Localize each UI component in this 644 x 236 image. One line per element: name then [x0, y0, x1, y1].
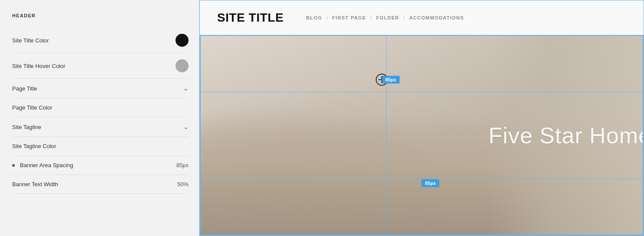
site-tagline-label: Site Tagline — [12, 124, 41, 130]
banner-area-spacing-value: 85px — [176, 162, 189, 168]
setting-site-title-hover-color: Site Title Hover Color — [12, 53, 189, 79]
banner-text-width-value: 50% — [177, 181, 189, 188]
preview-site-title: SITE TITLE — [217, 11, 283, 25]
guide-line-top — [201, 92, 643, 92]
setting-site-tagline-color: Site Tagline Color — [12, 137, 189, 156]
nav-separator-3: / — [403, 15, 405, 20]
setting-banner-area-spacing: Banner Area Spacing 85px — [12, 156, 189, 175]
panel-header: HEADER — [12, 13, 189, 18]
site-tagline-color-label: Site Tagline Color — [12, 143, 56, 149]
site-title-hover-color-swatch[interactable] — [176, 59, 189, 72]
preview-panel: SITE TITLE BLOG / FIRST PAGE / FOLDER / … — [199, 0, 644, 236]
setting-page-title[interactable]: Page Title ⌄ — [12, 79, 189, 98]
nav-separator-2: / — [371, 15, 372, 20]
setting-banner-text-width: Banner Text Width 50% — [12, 175, 189, 194]
banner-area-spacing-label: Banner Area Spacing — [12, 162, 73, 168]
guide-line-bottom — [201, 178, 643, 179]
nav-separator-1: / — [326, 15, 328, 20]
banner-text-width-label: Banner Text Width — [12, 181, 58, 188]
page-title-label: Page Title — [12, 85, 37, 92]
settings-panel: HEADER Site Title Color Site Title Hover… — [0, 0, 199, 236]
page-title-chevron-icon[interactable]: ⌄ — [183, 85, 189, 92]
site-title-color-swatch[interactable] — [176, 34, 189, 47]
preview-outer-border: SITE TITLE BLOG / FIRST PAGE / FOLDER / … — [199, 0, 644, 236]
site-tagline-chevron-icon[interactable]: ⌄ — [183, 123, 189, 130]
nav-item-accommodations[interactable]: ACCOMMODATIONS — [409, 15, 464, 20]
banner-hero-text: Five Star Home — [488, 123, 644, 149]
preview-header: SITE TITLE BLOG / FIRST PAGE / FOLDER / … — [200, 0, 644, 35]
setting-site-tagline[interactable]: Site Tagline ⌄ — [12, 117, 189, 137]
page-title-color-label: Page Title Color — [12, 104, 52, 111]
spacing-badge-top: 85px — [382, 76, 400, 84]
nav-item-folder[interactable]: FOLDER — [376, 15, 399, 20]
site-title-color-label: Site Title Color — [12, 37, 49, 44]
nav-item-first-page[interactable]: FIRST PAGE — [332, 15, 366, 20]
site-title-hover-color-label: Site Title Hover Color — [12, 63, 65, 69]
preview-banner: 85px 85px Five Star Home — [200, 35, 644, 236]
nav-item-blog[interactable]: BLOG — [306, 15, 322, 20]
setting-page-title-color: Page Title Color — [12, 98, 189, 117]
setting-site-title-color: Site Title Color — [12, 28, 189, 53]
preview-nav: BLOG / FIRST PAGE / FOLDER / ACCOMMODATI… — [306, 15, 464, 20]
spacing-badge-bottom: 85px — [422, 179, 439, 187]
guide-line-vertical — [386, 36, 387, 235]
